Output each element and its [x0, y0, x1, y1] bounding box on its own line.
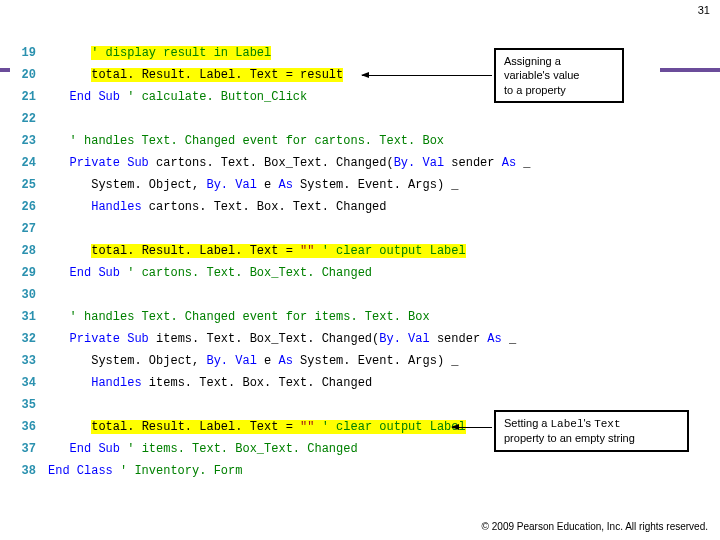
code-line: 27: [10, 218, 660, 240]
slide-number: 31: [698, 4, 710, 16]
line-number: 27: [10, 222, 48, 236]
code-line: 31 ' handles Text. Changed event for ite…: [10, 306, 660, 328]
line-number: 35: [10, 398, 48, 412]
line-number: 25: [10, 178, 48, 192]
arrow-icon: [452, 427, 492, 428]
callout-setting: Setting a Label's Text property to an em…: [494, 410, 689, 452]
code-line: 25 System. Object, By. Val e As System. …: [10, 174, 660, 196]
line-number: 36: [10, 420, 48, 434]
line-number: 24: [10, 156, 48, 170]
line-number: 33: [10, 354, 48, 368]
code-line: 38End Class ' Inventory. Form: [10, 460, 660, 482]
callout-assign: Assigning a variable's value to a proper…: [494, 48, 624, 103]
line-number: 37: [10, 442, 48, 456]
line-number: 30: [10, 288, 48, 302]
code-line: 26 Handles cartons. Text. Box. Text. Cha…: [10, 196, 660, 218]
line-number: 34: [10, 376, 48, 390]
line-number: 19: [10, 46, 48, 60]
line-number: 26: [10, 200, 48, 214]
code-line: 30: [10, 284, 660, 306]
code-line: 22: [10, 108, 660, 130]
line-number: 29: [10, 266, 48, 280]
line-number: 31: [10, 310, 48, 324]
code-line: 33 System. Object, By. Val e As System. …: [10, 350, 660, 372]
line-number: 21: [10, 90, 48, 104]
line-number: 22: [10, 112, 48, 126]
copyright-footer: © 2009 Pearson Education, Inc. All right…: [482, 521, 708, 532]
line-number: 38: [10, 464, 48, 478]
code-line: 32 Private Sub items. Text. Box_Text. Ch…: [10, 328, 660, 350]
code-line: 23 ' handles Text. Changed event for car…: [10, 130, 660, 152]
code-line: 29 End Sub ' cartons. Text. Box_Text. Ch…: [10, 262, 660, 284]
line-number: 32: [10, 332, 48, 346]
code-line: 34 Handles items. Text. Box. Text. Chang…: [10, 372, 660, 394]
code-line: 28 total. Result. Label. Text = "" ' cle…: [10, 240, 660, 262]
line-number: 23: [10, 134, 48, 148]
code-line: 24 Private Sub cartons. Text. Box_Text. …: [10, 152, 660, 174]
line-number: 20: [10, 68, 48, 82]
line-number: 28: [10, 244, 48, 258]
arrow-icon: [362, 75, 492, 76]
